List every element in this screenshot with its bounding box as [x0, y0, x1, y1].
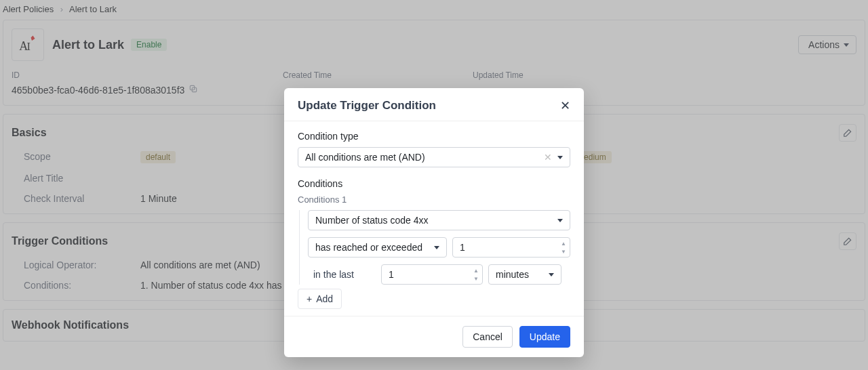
condition-type-value: All conditions are met (AND)	[305, 152, 425, 163]
add-condition-button[interactable]: + Add	[298, 289, 342, 309]
metric-value: Number of status code 4xx	[315, 215, 429, 226]
chevron-down-icon	[557, 219, 563, 222]
condition-block-label: Conditions 1	[298, 194, 570, 205]
metric-select[interactable]: Number of status code 4xx	[308, 210, 570, 230]
chevron-down-icon	[434, 246, 439, 249]
chevron-down-icon	[549, 273, 554, 276]
plus-icon: +	[307, 293, 312, 304]
unit-value: minutes	[496, 269, 529, 280]
modal-title: Update Trigger Condition	[298, 99, 436, 112]
unit-select[interactable]: minutes	[488, 264, 561, 285]
stepper-down-icon[interactable]: ▼	[559, 247, 568, 255]
chevron-down-icon	[557, 156, 563, 159]
inlast-value: 1	[389, 269, 394, 280]
clear-icon[interactable]: ✕	[544, 152, 552, 163]
stepper-down-icon[interactable]: ▼	[471, 274, 481, 283]
cancel-button[interactable]: Cancel	[462, 326, 513, 348]
add-label: Add	[316, 293, 333, 304]
modal-overlay[interactable]: Update Trigger Condition ✕ Condition typ…	[0, 0, 868, 370]
operator-value: has reached or exceeded	[315, 242, 422, 253]
inlast-label: in the last	[308, 269, 376, 280]
threshold-input[interactable]: 1 ▲ ▼	[452, 237, 570, 258]
update-button[interactable]: Update	[519, 326, 570, 348]
stepper-up-icon[interactable]: ▲	[559, 239, 568, 247]
condition-type-label: Condition type	[298, 131, 570, 142]
threshold-value: 1	[460, 242, 465, 253]
stepper-up-icon[interactable]: ▲	[471, 266, 481, 274]
conditions-heading: Conditions	[298, 178, 570, 189]
close-icon[interactable]: ✕	[560, 100, 570, 112]
inlast-input[interactable]: 1 ▲ ▼	[381, 264, 483, 285]
condition-type-select[interactable]: All conditions are met (AND) ✕	[298, 147, 570, 167]
operator-select[interactable]: has reached or exceeded	[308, 237, 447, 258]
update-trigger-modal: Update Trigger Condition ✕ Condition typ…	[284, 88, 584, 357]
